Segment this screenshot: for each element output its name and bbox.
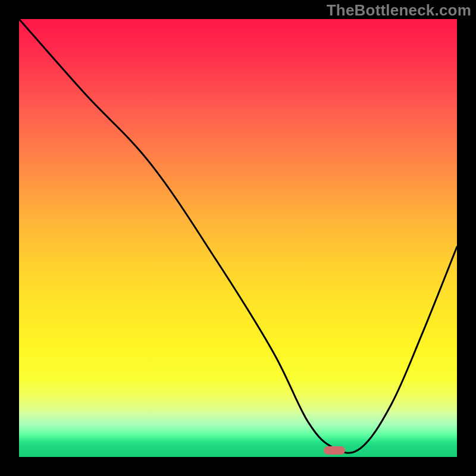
- plot-area: [19, 19, 457, 457]
- bottleneck-curve: [19, 19, 457, 453]
- optimal-marker: [324, 446, 346, 455]
- curve-layer: [19, 19, 457, 457]
- chart-frame: TheBottleneck.com: [0, 0, 476, 476]
- watermark-text: TheBottleneck.com: [327, 1, 471, 20]
